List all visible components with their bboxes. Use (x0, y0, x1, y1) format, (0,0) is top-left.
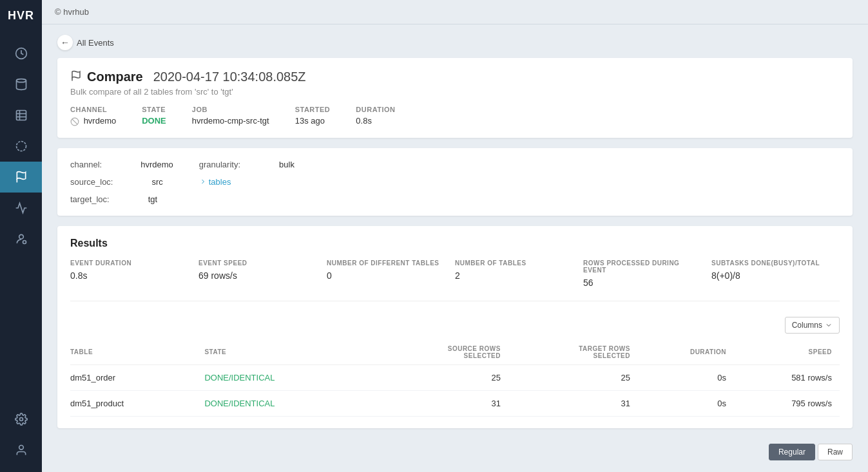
info-channel-row: channel: hvrdemo (70, 160, 173, 169)
svg-point-12 (19, 446, 23, 450)
job-label: JOB (192, 106, 269, 113)
raw-view-button[interactable]: Raw (818, 444, 853, 460)
row1-source-rows: 25 (376, 364, 508, 390)
sidebar-settings[interactable] (0, 404, 42, 435)
tables-link[interactable]: tables (199, 177, 294, 187)
row1-target-rows: 25 (508, 364, 638, 390)
stat-diff-tables: NUMBER OF DIFFERENT TABLES 0 (327, 260, 455, 288)
columns-button[interactable]: Columns (785, 317, 840, 334)
stat-num-tables: NUMBER OF TABLES 2 (455, 260, 583, 288)
page-header: Compare 2020-04-17 10:34:08.085Z Bulk co… (57, 58, 853, 138)
bottom-bar: Regular Raw (42, 439, 868, 466)
info-target-key: target_loc: (70, 194, 110, 204)
info-granularity-key: granularity: (199, 160, 240, 169)
sidebar-nav (0, 32, 42, 404)
th-target-rows: TARGET ROWSSELECTED (508, 340, 638, 365)
cylinder-icon (15, 78, 28, 91)
th-speed: SPEED (734, 340, 840, 365)
stats-row: EVENT DURATION 0.8s EVENT SPEED 69 rows/… (70, 260, 840, 301)
info-channel-val: hvrdemo (140, 160, 173, 169)
sidebar-item-events[interactable] (0, 162, 42, 193)
stat-rows-processed: ROWS PROCESSED DURING EVENT 56 (583, 260, 711, 288)
stat-num-tables-value: 2 (455, 270, 570, 281)
svg-line-15 (72, 118, 77, 124)
svg-rect-2 (16, 111, 26, 120)
stat-event-speed: EVENT SPEED 69 rows/s (198, 260, 327, 288)
back-link[interactable]: ← All Events (57, 35, 853, 50)
th-duration: DURATION (638, 340, 734, 365)
stat-event-speed-label: EVENT SPEED (198, 260, 314, 267)
flag-icon (15, 171, 28, 184)
stat-event-speed-value: 69 rows/s (198, 270, 314, 281)
back-arrow-icon[interactable]: ← (57, 35, 73, 50)
results-title: Results (70, 238, 840, 249)
gear-icon (15, 413, 28, 426)
stat-event-duration-value: 0.8s (70, 270, 186, 281)
row1-state: DONE/IDENTICAL (204, 364, 375, 390)
job-value: hvrdemo-cmp-src-tgt (192, 116, 269, 126)
th-source-rows: SOURCE ROWSSELECTED (376, 340, 508, 365)
th-table: TABLE (70, 340, 204, 365)
started-label: STARTED (295, 106, 331, 113)
svg-point-9 (23, 241, 26, 244)
sidebar-item-channels[interactable] (0, 131, 42, 162)
columns-btn-row: Columns (70, 317, 840, 334)
info-target-row: target_loc: tgt (70, 194, 173, 204)
chart-icon (15, 202, 28, 214)
channel-label: CHANNEL (70, 106, 116, 113)
back-link-label: All Events (77, 38, 114, 48)
duration-label: DURATION (356, 106, 395, 113)
info-channel-key: channel: (70, 160, 102, 169)
stat-subtasks-value: 8(+0)/8 (711, 270, 827, 281)
meta-job: JOB hvrdemo-cmp-src-tgt (192, 106, 269, 126)
info-granularity-val: bulk (279, 160, 294, 169)
app-logo: HVR (0, 0, 42, 32)
top-bar-title: © hvrhub (55, 7, 89, 17)
circle-dash-icon (15, 140, 28, 153)
meta-duration: DURATION 0.8s (356, 106, 395, 126)
duration-value: 0.8s (356, 116, 395, 126)
row2-state: DONE/IDENTICAL (204, 390, 375, 416)
row2-speed: 795 rows/s (734, 390, 840, 416)
stat-diff-tables-value: 0 (327, 270, 442, 281)
sidebar-profile[interactable] (0, 435, 42, 466)
sidebar: HVR (0, 0, 42, 472)
sidebar-item-tables[interactable] (0, 100, 42, 131)
row1-duration: 0s (638, 364, 734, 390)
table-row: dm51_order DONE/IDENTICAL 25 25 0s 581 r… (70, 364, 840, 390)
stat-event-duration-label: EVENT DURATION (70, 260, 186, 267)
top-bar: © hvrhub (42, 0, 868, 24)
svg-point-8 (19, 234, 23, 239)
info-source-row: source_loc: src (70, 177, 173, 187)
stat-diff-tables-label: NUMBER OF DIFFERENT TABLES (327, 260, 442, 267)
meta-table: CHANNEL hvrdemo STATE DONE JOB hvrdemo-c… (70, 106, 840, 126)
row2-table: dm51_product (70, 390, 204, 416)
started-value: 13s ago (295, 116, 331, 126)
sidebar-item-stats[interactable] (0, 193, 42, 223)
main-content: © hvrhub ← All Events Compare 2020-04-17… (42, 0, 868, 472)
page-timestamp: 2020-04-17 10:34:08.085Z (153, 70, 306, 84)
svg-point-11 (19, 418, 23, 421)
meta-channel: CHANNEL hvrdemo (70, 106, 116, 126)
table-body: dm51_order DONE/IDENTICAL 25 25 0s 581 r… (70, 364, 840, 416)
row2-source-rows: 31 (376, 390, 508, 416)
results-table: TABLE STATE SOURCE ROWSSELECTED TARGET R… (70, 340, 840, 417)
user-icon (15, 444, 28, 457)
meta-started: STARTED 13s ago (295, 106, 331, 126)
sidebar-item-dashboard[interactable] (0, 38, 42, 69)
page-title-row: Compare 2020-04-17 10:34:08.085Z (70, 70, 840, 84)
table-row: dm51_product DONE/IDENTICAL 31 31 0s 795… (70, 390, 840, 416)
th-state: STATE (204, 340, 375, 365)
info-card: channel: hvrdemo source_loc: src target_… (57, 148, 853, 216)
stat-subtasks: SUBTASKS DONE(BUSY)/TOTAL 8(+0)/8 (711, 260, 840, 288)
meta-state: STATE DONE (142, 106, 166, 126)
svg-point-6 (16, 142, 26, 151)
user-settings-icon (15, 232, 28, 245)
stat-event-duration: EVENT DURATION 0.8s (70, 260, 198, 288)
sidebar-item-locations[interactable] (0, 69, 42, 100)
info-target-val: tgt (148, 194, 157, 204)
sidebar-item-user-settings[interactable] (0, 223, 42, 254)
regular-view-button[interactable]: Regular (769, 444, 815, 460)
dashboard-icon (15, 47, 28, 60)
page-subtitle: Bulk compare of all 2 tables from 'src' … (70, 87, 840, 97)
